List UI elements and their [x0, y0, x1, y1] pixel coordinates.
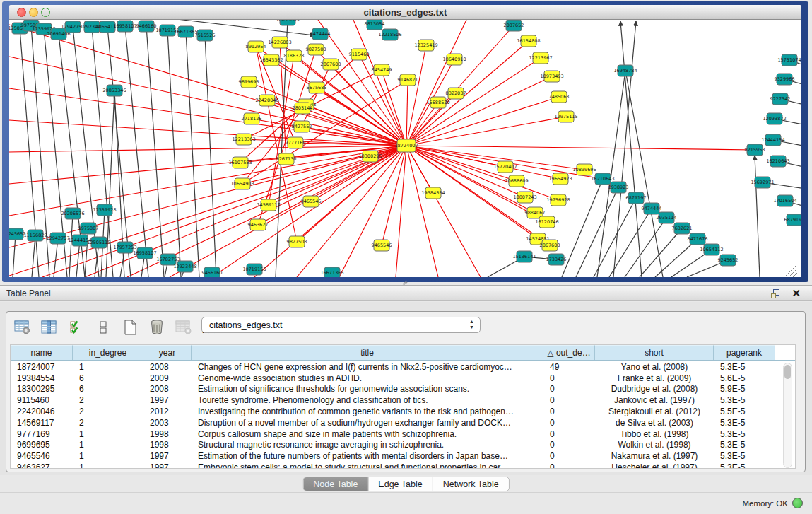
network-node[interactable]: 10688609 — [505, 175, 528, 187]
network-node[interactable]: 9245652 — [9, 228, 25, 240]
network-edge[interactable] — [620, 21, 642, 277]
table-cell[interactable]: 2009 — [143, 373, 192, 383]
table-cell[interactable]: Yano et al. (2008) — [595, 362, 714, 372]
table-selector-combo[interactable]: citations_edges.txt ▲▼ — [201, 317, 481, 333]
network-node[interactable]: 18640910 — [442, 54, 466, 65]
table-cell[interactable]: 1997 — [143, 395, 192, 405]
table-row[interactable]: 1872400712008Changes of HCN gene express… — [11, 361, 795, 373]
table-cell[interactable]: 1 — [73, 362, 143, 372]
network-node[interactable]: 19384554 — [421, 187, 445, 199]
network-edge[interactable] — [317, 88, 406, 146]
network-node[interactable]: 8427552 — [292, 121, 312, 132]
table-cell[interactable]: 9463627 — [11, 462, 73, 468]
network-node[interactable]: 18724007 — [394, 139, 418, 152]
network-edge[interactable] — [406, 80, 408, 146]
column-header-title[interactable]: title — [192, 345, 543, 360]
table-cell[interactable]: de Silva et al. (2003) — [595, 418, 714, 428]
table-cell[interactable]: 1998 — [143, 440, 192, 450]
network-node[interactable]: 12218506 — [378, 29, 401, 40]
network-edge[interactable] — [406, 146, 438, 277]
network-node[interactable]: 5675685 — [307, 82, 327, 93]
network-node[interactable]: 12093872 — [763, 113, 786, 124]
table-row[interactable]: 977716911998Corpus callosum shape and si… — [11, 428, 795, 440]
network-node[interactable]: 12444154 — [761, 134, 784, 146]
network-edge[interactable] — [205, 35, 216, 277]
table-cell[interactable]: 9777169 — [11, 429, 73, 439]
column-header-year[interactable]: year — [143, 345, 192, 360]
network-node[interactable]: 16671365 — [320, 267, 343, 277]
network-node[interactable]: 16210643 — [766, 156, 789, 167]
network-node[interactable]: 15692971 — [751, 177, 774, 188]
network-node[interactable]: 9465546 — [301, 196, 322, 207]
network-edge[interactable] — [609, 209, 652, 277]
table-cell[interactable]: 2 — [73, 407, 143, 416]
table-row[interactable]: 1456911722003Disruption of a novel membe… — [11, 417, 795, 428]
table-cell[interactable]: 5.3E-5 — [714, 451, 775, 461]
network-node[interactable]: 8454749 — [372, 64, 392, 76]
network-node[interactable]: 2718126 — [242, 113, 262, 124]
network-node[interactable]: 9699695 — [239, 76, 259, 88]
table-cell[interactable]: Corpus callosum shape and size in male p… — [192, 429, 543, 439]
network-node[interactable]: 12975115 — [554, 111, 577, 122]
column-header-in_degree[interactable]: in_degree — [73, 345, 143, 360]
network-node[interactable]: 9463627 — [248, 219, 269, 230]
table-column-icon[interactable] — [40, 318, 59, 337]
table-cell[interactable]: Estimation of significance thresholds fo… — [192, 384, 543, 394]
network-node[interactable]: 8813054 — [365, 20, 385, 30]
table-cell[interactable]: 0 — [543, 451, 595, 461]
network-node[interactable]: 7515526 — [195, 30, 216, 41]
delete-icon[interactable] — [148, 318, 166, 337]
network-node[interactable]: 9227342 — [770, 93, 791, 105]
table-cell[interactable]: 0 — [543, 373, 595, 383]
table-settings-icon[interactable] — [13, 318, 32, 337]
table-cell[interactable]: Estimation of the future numbers of pati… — [192, 451, 543, 461]
table-cell[interactable]: 0 — [543, 429, 595, 439]
network-node[interactable]: 6879197 — [626, 192, 647, 204]
tab-edge-table[interactable]: Edge Table — [368, 477, 433, 491]
table-cell[interactable]: 5.9E-5 — [714, 384, 775, 394]
table-cell[interactable]: Investigating the contribution of common… — [192, 407, 543, 416]
table-cell[interactable]: 19384554 — [11, 373, 73, 383]
scrollbar-thumb[interactable] — [784, 365, 791, 379]
table-cell[interactable]: 2012 — [143, 407, 192, 416]
network-node[interactable]: 19654923 — [548, 173, 572, 185]
table-cell[interactable]: 0 — [543, 407, 595, 416]
column-header-short[interactable]: short — [595, 345, 714, 360]
network-node[interactable]: 12213967 — [529, 52, 552, 64]
import-table-icon[interactable] — [175, 318, 193, 337]
table-cell[interactable]: 49 — [543, 362, 595, 372]
network-node[interactable]: 7632621 — [672, 223, 693, 234]
table-cell[interactable]: 5.6E-5 — [714, 373, 775, 383]
network-node[interactable]: 9465546 — [372, 240, 392, 251]
network-edge[interactable] — [406, 45, 426, 146]
network-node[interactable]: 2803144 — [293, 103, 313, 114]
network-edge[interactable] — [640, 228, 682, 277]
network-node[interactable]: 15720407 — [493, 161, 517, 173]
network-node[interactable]: 12923448 — [173, 261, 196, 272]
table-cell[interactable]: 9699695 — [11, 440, 73, 450]
table-cell[interactable]: 1 — [73, 451, 143, 461]
network-node[interactable]: 10719155 — [242, 264, 266, 275]
network-node[interactable]: 9975887 — [78, 223, 99, 234]
network-node[interactable]: 14569117 — [257, 199, 280, 211]
network-node[interactable]: 20853346 — [102, 85, 126, 96]
table-cell[interactable]: 2003 — [143, 418, 192, 428]
table-cell[interactable]: 0 — [543, 384, 595, 394]
network-node[interactable]: 8186328 — [284, 50, 305, 62]
network-edge[interactable] — [755, 156, 760, 277]
table-cell[interactable]: 0 — [543, 418, 595, 428]
network-edge[interactable] — [13, 234, 16, 277]
network-node[interactable]: 9146821 — [398, 74, 418, 86]
table-cell[interactable]: Structural magnetic resonance image aver… — [192, 440, 543, 450]
table-cell[interactable]: Genome-wide association studies in ADHD. — [192, 373, 543, 383]
network-node[interactable]: 10654903 — [230, 178, 254, 189]
table-cell[interactable]: 5.3E-5 — [714, 440, 775, 450]
table-cell[interactable]: Dudbridge et al. (2008) — [595, 384, 714, 394]
network-node[interactable]: 6879197 — [784, 214, 801, 226]
network-node[interactable]: 12325419 — [414, 40, 437, 51]
vertical-scrollbar[interactable] — [783, 363, 792, 468]
network-edge[interactable] — [9, 146, 406, 247]
network-node[interactable]: 7485063 — [549, 91, 570, 103]
table-cell[interactable]: 1 — [73, 429, 143, 439]
network-node[interactable]: 17016504 — [773, 195, 796, 206]
